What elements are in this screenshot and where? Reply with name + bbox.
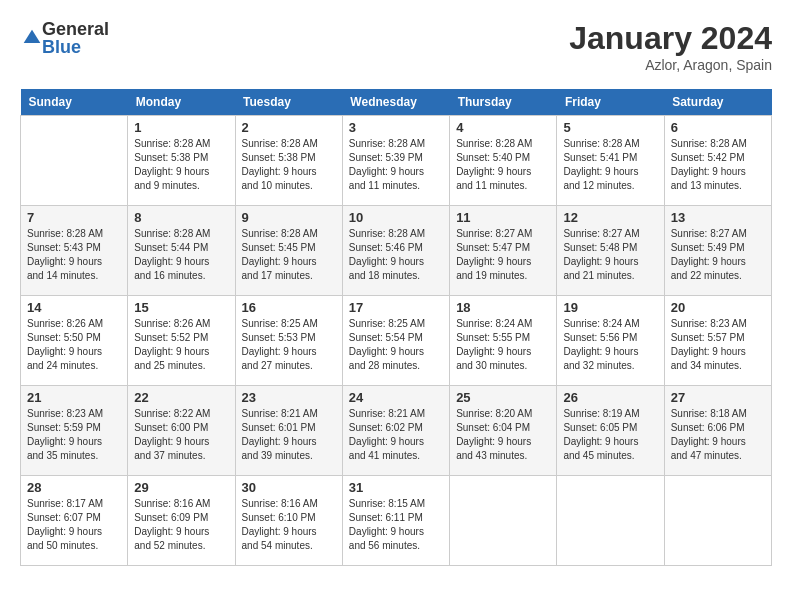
day-info: Sunrise: 8:23 AM Sunset: 5:57 PM Dayligh…: [671, 317, 765, 373]
day-info: Sunrise: 8:15 AM Sunset: 6:11 PM Dayligh…: [349, 497, 443, 553]
day-number: 20: [671, 300, 765, 315]
day-info: Sunrise: 8:25 AM Sunset: 5:54 PM Dayligh…: [349, 317, 443, 373]
calendar-cell: 10Sunrise: 8:28 AM Sunset: 5:46 PM Dayli…: [342, 206, 449, 296]
logo-text: General Blue: [42, 20, 109, 56]
calendar-cell: 17Sunrise: 8:25 AM Sunset: 5:54 PM Dayli…: [342, 296, 449, 386]
week-row-2: 7Sunrise: 8:28 AM Sunset: 5:43 PM Daylig…: [21, 206, 772, 296]
day-number: 1: [134, 120, 228, 135]
day-info: Sunrise: 8:27 AM Sunset: 5:48 PM Dayligh…: [563, 227, 657, 283]
header-row: SundayMondayTuesdayWednesdayThursdayFrid…: [21, 89, 772, 116]
day-number: 10: [349, 210, 443, 225]
day-number: 15: [134, 300, 228, 315]
day-number: 16: [242, 300, 336, 315]
day-info: Sunrise: 8:19 AM Sunset: 6:05 PM Dayligh…: [563, 407, 657, 463]
day-info: Sunrise: 8:28 AM Sunset: 5:45 PM Dayligh…: [242, 227, 336, 283]
day-number: 19: [563, 300, 657, 315]
calendar-cell: [21, 116, 128, 206]
day-number: 4: [456, 120, 550, 135]
calendar-cell: [557, 476, 664, 566]
day-info: Sunrise: 8:25 AM Sunset: 5:53 PM Dayligh…: [242, 317, 336, 373]
week-row-1: 1Sunrise: 8:28 AM Sunset: 5:38 PM Daylig…: [21, 116, 772, 206]
calendar-cell: 16Sunrise: 8:25 AM Sunset: 5:53 PM Dayli…: [235, 296, 342, 386]
location-title: Azlor, Aragon, Spain: [569, 57, 772, 73]
day-number: 23: [242, 390, 336, 405]
day-number: 28: [27, 480, 121, 495]
calendar-cell: 5Sunrise: 8:28 AM Sunset: 5:41 PM Daylig…: [557, 116, 664, 206]
calendar-cell: 31Sunrise: 8:15 AM Sunset: 6:11 PM Dayli…: [342, 476, 449, 566]
day-number: 9: [242, 210, 336, 225]
day-info: Sunrise: 8:18 AM Sunset: 6:06 PM Dayligh…: [671, 407, 765, 463]
day-info: Sunrise: 8:28 AM Sunset: 5:46 PM Dayligh…: [349, 227, 443, 283]
calendar-cell: 25Sunrise: 8:20 AM Sunset: 6:04 PM Dayli…: [450, 386, 557, 476]
day-info: Sunrise: 8:28 AM Sunset: 5:41 PM Dayligh…: [563, 137, 657, 193]
day-number: 17: [349, 300, 443, 315]
day-number: 14: [27, 300, 121, 315]
calendar-cell: [450, 476, 557, 566]
column-header-wednesday: Wednesday: [342, 89, 449, 116]
day-number: 29: [134, 480, 228, 495]
calendar-cell: 27Sunrise: 8:18 AM Sunset: 6:06 PM Dayli…: [664, 386, 771, 476]
calendar-cell: 1Sunrise: 8:28 AM Sunset: 5:38 PM Daylig…: [128, 116, 235, 206]
page-header: General Blue January 2024 Azlor, Aragon,…: [20, 20, 772, 73]
day-info: Sunrise: 8:26 AM Sunset: 5:50 PM Dayligh…: [27, 317, 121, 373]
day-info: Sunrise: 8:22 AM Sunset: 6:00 PM Dayligh…: [134, 407, 228, 463]
calendar-cell: 13Sunrise: 8:27 AM Sunset: 5:49 PM Dayli…: [664, 206, 771, 296]
day-number: 27: [671, 390, 765, 405]
day-info: Sunrise: 8:28 AM Sunset: 5:38 PM Dayligh…: [242, 137, 336, 193]
week-row-5: 28Sunrise: 8:17 AM Sunset: 6:07 PM Dayli…: [21, 476, 772, 566]
calendar-cell: 28Sunrise: 8:17 AM Sunset: 6:07 PM Dayli…: [21, 476, 128, 566]
calendar-cell: 30Sunrise: 8:16 AM Sunset: 6:10 PM Dayli…: [235, 476, 342, 566]
calendar-cell: 14Sunrise: 8:26 AM Sunset: 5:50 PM Dayli…: [21, 296, 128, 386]
calendar-cell: 6Sunrise: 8:28 AM Sunset: 5:42 PM Daylig…: [664, 116, 771, 206]
day-info: Sunrise: 8:28 AM Sunset: 5:44 PM Dayligh…: [134, 227, 228, 283]
calendar-cell: 4Sunrise: 8:28 AM Sunset: 5:40 PM Daylig…: [450, 116, 557, 206]
calendar-cell: 9Sunrise: 8:28 AM Sunset: 5:45 PM Daylig…: [235, 206, 342, 296]
column-header-friday: Friday: [557, 89, 664, 116]
day-number: 24: [349, 390, 443, 405]
calendar-cell: 2Sunrise: 8:28 AM Sunset: 5:38 PM Daylig…: [235, 116, 342, 206]
title-block: January 2024 Azlor, Aragon, Spain: [569, 20, 772, 73]
day-number: 25: [456, 390, 550, 405]
column-header-monday: Monday: [128, 89, 235, 116]
column-header-tuesday: Tuesday: [235, 89, 342, 116]
day-info: Sunrise: 8:28 AM Sunset: 5:43 PM Dayligh…: [27, 227, 121, 283]
day-info: Sunrise: 8:21 AM Sunset: 6:02 PM Dayligh…: [349, 407, 443, 463]
day-number: 13: [671, 210, 765, 225]
calendar-cell: 24Sunrise: 8:21 AM Sunset: 6:02 PM Dayli…: [342, 386, 449, 476]
day-info: Sunrise: 8:16 AM Sunset: 6:09 PM Dayligh…: [134, 497, 228, 553]
column-header-saturday: Saturday: [664, 89, 771, 116]
day-number: 12: [563, 210, 657, 225]
day-number: 30: [242, 480, 336, 495]
day-number: 3: [349, 120, 443, 135]
calendar-cell: 20Sunrise: 8:23 AM Sunset: 5:57 PM Dayli…: [664, 296, 771, 386]
day-info: Sunrise: 8:23 AM Sunset: 5:59 PM Dayligh…: [27, 407, 121, 463]
day-info: Sunrise: 8:24 AM Sunset: 5:55 PM Dayligh…: [456, 317, 550, 373]
day-number: 26: [563, 390, 657, 405]
calendar-cell: 11Sunrise: 8:27 AM Sunset: 5:47 PM Dayli…: [450, 206, 557, 296]
day-info: Sunrise: 8:27 AM Sunset: 5:49 PM Dayligh…: [671, 227, 765, 283]
day-info: Sunrise: 8:20 AM Sunset: 6:04 PM Dayligh…: [456, 407, 550, 463]
week-row-4: 21Sunrise: 8:23 AM Sunset: 5:59 PM Dayli…: [21, 386, 772, 476]
day-number: 6: [671, 120, 765, 135]
day-info: Sunrise: 8:28 AM Sunset: 5:39 PM Dayligh…: [349, 137, 443, 193]
day-number: 18: [456, 300, 550, 315]
day-number: 2: [242, 120, 336, 135]
day-info: Sunrise: 8:28 AM Sunset: 5:38 PM Dayligh…: [134, 137, 228, 193]
month-title: January 2024: [569, 20, 772, 57]
calendar-cell: 15Sunrise: 8:26 AM Sunset: 5:52 PM Dayli…: [128, 296, 235, 386]
day-number: 21: [27, 390, 121, 405]
calendar-cell: 22Sunrise: 8:22 AM Sunset: 6:00 PM Dayli…: [128, 386, 235, 476]
day-info: Sunrise: 8:24 AM Sunset: 5:56 PM Dayligh…: [563, 317, 657, 373]
calendar-cell: 7Sunrise: 8:28 AM Sunset: 5:43 PM Daylig…: [21, 206, 128, 296]
column-header-sunday: Sunday: [21, 89, 128, 116]
logo-icon: [22, 28, 42, 48]
svg-marker-0: [24, 30, 41, 43]
day-info: Sunrise: 8:28 AM Sunset: 5:40 PM Dayligh…: [456, 137, 550, 193]
logo-general-text: General: [42, 20, 109, 38]
day-number: 7: [27, 210, 121, 225]
calendar-cell: 8Sunrise: 8:28 AM Sunset: 5:44 PM Daylig…: [128, 206, 235, 296]
day-info: Sunrise: 8:17 AM Sunset: 6:07 PM Dayligh…: [27, 497, 121, 553]
day-info: Sunrise: 8:21 AM Sunset: 6:01 PM Dayligh…: [242, 407, 336, 463]
calendar-cell: 3Sunrise: 8:28 AM Sunset: 5:39 PM Daylig…: [342, 116, 449, 206]
calendar-cell: 29Sunrise: 8:16 AM Sunset: 6:09 PM Dayli…: [128, 476, 235, 566]
